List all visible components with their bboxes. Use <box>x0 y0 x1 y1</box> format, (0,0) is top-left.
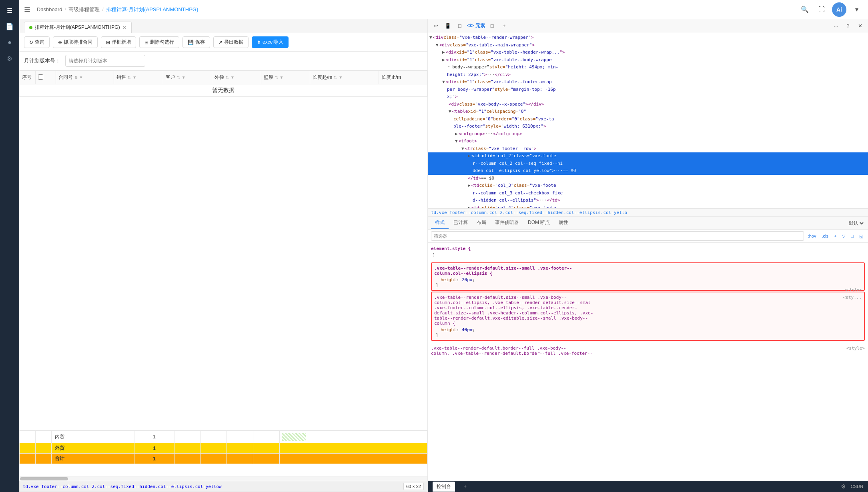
devtools-close-icon[interactable]: ✕ <box>855 21 865 30</box>
filter-corner-btn[interactable]: ◱ <box>858 233 865 240</box>
ls-filter-icon[interactable]: ▼ <box>339 75 343 80</box>
devtools-device-icon[interactable]: 📱 <box>443 21 453 30</box>
query-button[interactable]: ↻ 查询 <box>24 36 50 48</box>
html-line-1[interactable]: ▼ <div class="vxe-table--render-wrapper"… <box>428 34 868 42</box>
html-line-2[interactable]: ▼ <div class="vxe-table--main-wrapper"> <box>428 42 868 49</box>
add-style-btn[interactable]: + <box>832 233 838 239</box>
arrow-7[interactable]: ▼ <box>449 108 451 115</box>
cls-btn[interactable]: .cls <box>820 233 830 239</box>
arrow-8[interactable]: ▶ <box>455 131 458 138</box>
devtools-help-icon[interactable]: ? <box>843 21 853 30</box>
devtools-more-icon[interactable]: ··· <box>831 21 841 30</box>
excel-import-button[interactable]: ⬆ excel导入 <box>252 36 289 48</box>
sidebar-menu-icon[interactable]: ☰ <box>2 3 17 18</box>
topbar-menu-icon[interactable]: ☰ <box>24 5 30 14</box>
arrow-1[interactable]: ▼ <box>429 34 432 41</box>
od-filter-icon[interactable]: ▼ <box>231 75 235 80</box>
filter-dropdown-btn[interactable]: ▽ <box>840 233 847 240</box>
arrow-11[interactable]: ▶ <box>468 153 471 160</box>
html-line-4b[interactable]: r body--wrapper" style="height: 494px; m… <box>428 64 868 71</box>
html-line-11c[interactable]: dden col--ellipsis col-yellow"> ··· == $… <box>428 167 868 175</box>
html-line-12[interactable]: </td> == $0 <box>428 175 868 182</box>
console-tab[interactable]: 控制台 <box>433 482 455 492</box>
devtools-add-icon[interactable]: + <box>499 21 509 30</box>
sales-filter-icon[interactable]: ▼ <box>132 75 136 80</box>
html-line-4c[interactable]: height: 22px;"> ··· </div> <box>428 71 868 79</box>
tab-styles[interactable]: 样式 <box>431 217 449 229</box>
add-dialog-button[interactable]: ⊞ 弹框新增 <box>101 36 136 48</box>
arrow-10[interactable]: ▼ <box>461 146 464 152</box>
tab-close-icon[interactable]: ✕ <box>122 25 126 30</box>
html-line-9[interactable]: ▼ <tfoot> <box>428 138 868 145</box>
arrow-3[interactable]: ▶ <box>442 49 445 56</box>
horizontal-scrollbar[interactable] <box>19 476 427 481</box>
html-line-6[interactable]: <div class="vxe-body--x-space"></div> <box>428 101 868 108</box>
od-sort-icon[interactable]: ⇅ <box>226 75 229 80</box>
html-line-11b[interactable]: r--column col_2 col--seq fixed--hi <box>428 160 868 168</box>
dropdown-icon[interactable]: ▾ <box>850 3 863 16</box>
css-rules-panel[interactable]: element.style { } .vxe-table--render-def… <box>428 243 868 481</box>
sidebar-circle-icon[interactable]: ● <box>2 35 17 50</box>
html-line-7c[interactable]: ble--footer" style="width: 6310px;"> <box>428 123 868 130</box>
sidebar-doc-icon[interactable]: 📄 <box>2 19 17 34</box>
arrow-14[interactable]: ▶ <box>468 205 471 209</box>
wt-filter-icon[interactable]: ▼ <box>280 75 284 80</box>
contract-sort-icon[interactable]: ⇅ <box>74 75 78 80</box>
customer-sort-icon[interactable]: ⇅ <box>177 75 180 80</box>
scrollbar-thumb[interactable] <box>20 477 68 480</box>
html-line-8[interactable]: ▶ <colgroup> ··· </colgroup> <box>428 130 868 138</box>
html-line-13b[interactable]: r--column col_3 col--checkbox fixe <box>428 190 868 197</box>
html-line-13[interactable]: ▶ <td colid="col_3" class="vxe-foote <box>428 182 868 190</box>
arrow-4[interactable]: ▶ <box>442 57 445 64</box>
html-line-10[interactable]: ▼ <tr class="vxe-footer--row"> <box>428 145 868 153</box>
devtools-console-icon[interactable]: □ <box>487 21 497 30</box>
tab-item-main[interactable]: 排程计算-月计划(APSPLANMONTHPG) ✕ <box>24 22 132 33</box>
arrow-13[interactable]: ▶ <box>468 182 471 189</box>
html-line-5b[interactable]: per body--wrapper" style="margin-top: -1… <box>428 86 868 94</box>
tab-properties[interactable]: 属性 <box>555 217 572 229</box>
export-button[interactable]: ↗ 导出数据 <box>213 36 249 48</box>
html-line-5[interactable]: ▼ <div xid="1" class="vxe-table--footer-… <box>428 78 868 86</box>
bottom-settings-icon[interactable]: ⚙ <box>841 483 846 490</box>
html-line-7b[interactable]: cellpadding="0" border="0" class="vxe-ta <box>428 116 868 123</box>
customer-filter-icon[interactable]: ▼ <box>182 75 186 80</box>
devtools-panel-icon[interactable]: □ <box>455 21 465 30</box>
fullscreen-icon[interactable]: ⛶ <box>815 3 828 16</box>
avatar[interactable]: Ai <box>832 2 846 17</box>
devtools-elements-panel[interactable]: ▼ <div class="vxe-table--render-wrapper"… <box>428 32 868 208</box>
arrow-2[interactable]: ▼ <box>436 42 439 49</box>
add-tab[interactable]: + <box>460 482 471 491</box>
select-all-checkbox[interactable] <box>38 74 43 80</box>
styles-filter-input[interactable] <box>431 231 804 241</box>
table-wrapper[interactable]: 序号 合同号 ⇅ ▼ <box>19 70 427 476</box>
fetch-contracts-button[interactable]: ⊕ 抓取待排合同 <box>53 36 98 48</box>
breadcrumb-home[interactable]: Dashboard <box>37 6 62 12</box>
devtools-inspect-icon[interactable]: ↩ <box>431 21 441 30</box>
devtools-elements-tab[interactable]: </> 元素 <box>467 22 485 29</box>
tab-computed[interactable]: 已计算 <box>449 217 472 229</box>
styles-dropdown[interactable]: 默认 <box>847 220 865 226</box>
version-filter-input[interactable] <box>65 55 145 67</box>
html-line-11[interactable]: ▶ <td colid="col_2" class="vxe-foote <box>428 152 868 160</box>
html-line-3[interactable]: ▶ <div xid="1" class="vxe-table--header-… <box>428 49 868 56</box>
hov-btn[interactable]: :hov <box>806 233 818 239</box>
delete-selected-button[interactable]: ⊟ 删除勾选行 <box>139 36 179 48</box>
html-line-4[interactable]: ▶ <div xid="1" class="vxe-table--body-wr… <box>428 56 868 64</box>
arrow-9[interactable]: ▼ <box>455 138 458 145</box>
save-button[interactable]: 💾 保存 <box>182 36 210 48</box>
html-line-14[interactable]: ▶ <td colid="col_4" class="vxe-foote... <box>428 204 868 209</box>
filter-square-btn[interactable]: □ <box>849 233 855 239</box>
wt-sort-icon[interactable]: ⇅ <box>275 75 278 80</box>
tab-layout[interactable]: 布局 <box>473 217 490 229</box>
arrow-5[interactable]: ▼ <box>442 79 445 86</box>
search-icon[interactable]: 🔍 <box>798 3 811 16</box>
breadcrumb-parent[interactable]: 高级排程管理 <box>68 6 100 13</box>
sales-sort-icon[interactable]: ⇅ <box>128 75 131 80</box>
tab-dom-breakpoints[interactable]: DOM 断点 <box>524 217 554 229</box>
contract-filter-icon[interactable]: ▼ <box>79 75 83 80</box>
html-line-5c[interactable]: x;"> <box>428 93 868 101</box>
html-line-7[interactable]: ▼ <table xid="1" cellspacing="0" <box>428 108 868 116</box>
ls-sort-icon[interactable]: ⇅ <box>334 75 337 80</box>
html-line-13c[interactable]: d--hidden col--ellipsis"> ··· </td> <box>428 197 868 204</box>
tab-events[interactable]: 事件侦听器 <box>491 217 523 229</box>
